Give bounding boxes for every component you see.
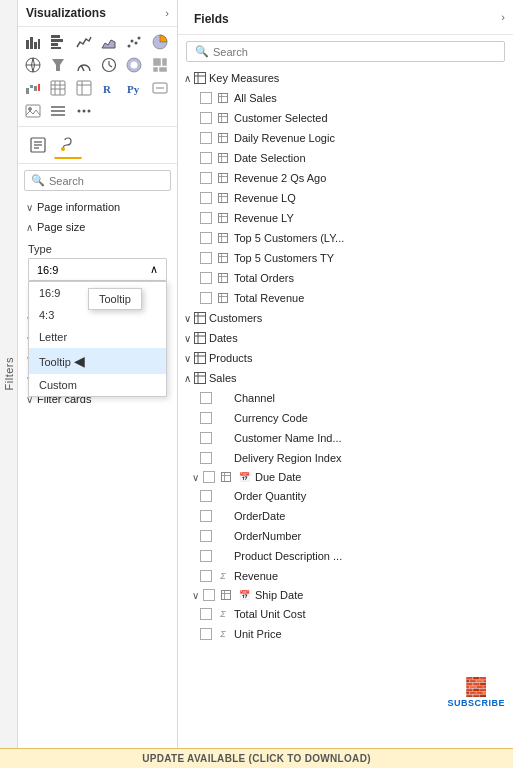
viz-icon-waterfall[interactable] xyxy=(22,77,44,99)
channel-checkbox[interactable] xyxy=(200,392,212,404)
field-item-revenue-lq[interactable]: Revenue LQ xyxy=(178,188,513,208)
field-item-currency-code[interactable]: Currency Code xyxy=(178,408,513,428)
revenue2qs-checkbox[interactable] xyxy=(200,172,212,184)
page-type-dropdown[interactable]: 16:9 ∧ xyxy=(28,258,167,281)
viz-icon-slicer[interactable] xyxy=(47,100,69,122)
field-item-total-unit-cost[interactable]: Σ Total Unit Cost xyxy=(178,604,513,624)
field-item-date-selection[interactable]: Date Selection xyxy=(178,148,513,168)
field-item-channel[interactable]: Channel xyxy=(178,388,513,408)
field-item-all-sales[interactable]: All Sales xyxy=(178,88,513,108)
currency-code-text: Currency Code xyxy=(234,412,308,424)
orderdate-checkbox[interactable] xyxy=(200,510,212,522)
customer-selected-checkbox[interactable] xyxy=(200,112,212,124)
field-group-key-measures-header[interactable]: ∧ Key Measures xyxy=(178,68,513,88)
viz-icon-funnel[interactable] xyxy=(47,54,69,76)
dropdown-item-custom[interactable]: Custom xyxy=(29,374,166,396)
update-bar[interactable]: UPDATE AVAILABLE (CLICK TO DOWNLOAD) xyxy=(0,748,513,768)
ordernumber-checkbox[interactable] xyxy=(200,530,212,542)
viz-icon-donut[interactable] xyxy=(123,54,145,76)
svg-rect-103 xyxy=(222,473,231,482)
viz-icon-matrix[interactable] xyxy=(47,77,69,99)
daily-revenue-checkbox[interactable] xyxy=(200,132,212,144)
field-item-top5-ty[interactable]: Top 5 Customers TY xyxy=(178,248,513,268)
ship-date-checkbox[interactable] xyxy=(203,589,215,601)
revenue-ly-checkbox[interactable] xyxy=(200,212,212,224)
viz-icon-scatter[interactable] xyxy=(123,31,145,53)
viz-icon-gauge[interactable] xyxy=(73,54,95,76)
field-group-customers-header[interactable]: ∨ Customers xyxy=(178,308,513,328)
product-desc-icon xyxy=(216,549,230,563)
all-sales-icon xyxy=(216,91,230,105)
viz-panel-expand[interactable]: › xyxy=(165,7,169,19)
fields-panel-expand[interactable]: › xyxy=(501,11,505,23)
due-date-subgroup-header[interactable]: ∨ 📅 Due Date xyxy=(178,468,513,486)
viz-icon-image[interactable] xyxy=(22,100,44,122)
fields-search-input[interactable] xyxy=(213,46,496,58)
field-item-delivery-region[interactable]: Delivery Region Index xyxy=(178,448,513,468)
viz-paint-icon[interactable] xyxy=(54,131,82,159)
field-item-order-quantity[interactable]: Order Quantity xyxy=(178,486,513,506)
page-size-header[interactable]: ∧ Page size xyxy=(18,217,177,237)
viz-icon-column[interactable] xyxy=(47,31,69,53)
top5-ty-checkbox[interactable] xyxy=(200,252,212,264)
viz-icon-area[interactable] xyxy=(98,31,120,53)
viz-icon-treemap[interactable] xyxy=(149,54,171,76)
dropdown-item-letter[interactable]: Letter xyxy=(29,326,166,348)
due-date-checkbox[interactable] xyxy=(203,471,215,483)
field-group-products-header[interactable]: ∨ Products xyxy=(178,348,513,368)
field-item-revenue2qs[interactable]: Revenue 2 Qs Ago xyxy=(178,168,513,188)
revenue-checkbox[interactable] xyxy=(200,570,212,582)
viz-icon-pie[interactable] xyxy=(149,31,171,53)
currency-code-checkbox[interactable] xyxy=(200,412,212,424)
customer-name-ind-checkbox[interactable] xyxy=(200,432,212,444)
due-date-calendar-icon: 📅 xyxy=(237,470,251,484)
key-measures-label: Key Measures xyxy=(209,72,279,84)
order-quantity-checkbox[interactable] xyxy=(200,490,212,502)
viz-icon-table[interactable] xyxy=(73,77,95,99)
total-orders-checkbox[interactable] xyxy=(200,272,212,284)
fields-search-box[interactable]: 🔍 xyxy=(186,41,505,62)
field-item-customer-name-ind[interactable]: Customer Name Ind... xyxy=(178,428,513,448)
viz-icon-clock[interactable] xyxy=(98,54,120,76)
field-item-product-desc[interactable]: Product Description ... xyxy=(178,546,513,566)
subscribe-text: SUBSCRIBE xyxy=(447,698,505,708)
total-unit-cost-checkbox[interactable] xyxy=(200,608,212,620)
viz-icon-python[interactable]: Py xyxy=(123,77,145,99)
viz-search-input[interactable] xyxy=(49,175,164,187)
dropdown-item-tooltip[interactable]: Tooltip ◀ xyxy=(29,348,166,374)
viz-icon-card[interactable] xyxy=(149,77,171,99)
viz-icon-bar[interactable] xyxy=(22,31,44,53)
field-item-daily-revenue[interactable]: Daily Revenue Logic xyxy=(178,128,513,148)
viz-search-box[interactable]: 🔍 xyxy=(24,170,171,191)
top5-ly-checkbox[interactable] xyxy=(200,232,212,244)
ordernumber-text: OrderNumber xyxy=(234,530,301,542)
revenue2qs-text: Revenue 2 Qs Ago xyxy=(234,172,326,184)
product-desc-checkbox[interactable] xyxy=(200,550,212,562)
viz-icon-r[interactable]: R xyxy=(98,77,120,99)
revenue-lq-checkbox[interactable] xyxy=(200,192,212,204)
delivery-region-checkbox[interactable] xyxy=(200,452,212,464)
field-item-revenue[interactable]: Σ Revenue xyxy=(178,566,513,586)
field-group-dates-header[interactable]: ∨ Dates xyxy=(178,328,513,348)
field-item-ordernumber[interactable]: OrderNumber xyxy=(178,526,513,546)
total-revenue-checkbox[interactable] xyxy=(200,292,212,304)
field-item-total-orders[interactable]: Total Orders xyxy=(178,268,513,288)
unit-price-checkbox[interactable] xyxy=(200,628,212,640)
viz-icon-more[interactable] xyxy=(73,100,95,122)
page-information-header[interactable]: ∨ Page information xyxy=(18,197,177,217)
field-item-total-revenue[interactable]: Total Revenue xyxy=(178,288,513,308)
svg-point-9 xyxy=(131,40,134,43)
field-item-revenue-ly[interactable]: Revenue LY xyxy=(178,208,513,228)
date-selection-checkbox[interactable] xyxy=(200,152,212,164)
viz-icon-line[interactable] xyxy=(73,31,95,53)
field-item-top5-ly[interactable]: Top 5 Customers (LY... xyxy=(178,228,513,248)
field-item-unit-price[interactable]: Σ Unit Price xyxy=(178,624,513,644)
viz-icon-map[interactable] xyxy=(22,54,44,76)
field-item-orderdate[interactable]: OrderDate xyxy=(178,506,513,526)
viz-format-icon[interactable] xyxy=(24,131,52,159)
field-group-sales-header[interactable]: ∧ Sales xyxy=(178,368,513,388)
ship-date-subgroup-header[interactable]: ∨ 📅 Ship Date xyxy=(178,586,513,604)
field-item-customer-selected[interactable]: Customer Selected xyxy=(178,108,513,128)
field-group-sales: ∧ Sales Channel Currency Code Customer N… xyxy=(178,368,513,644)
all-sales-checkbox[interactable] xyxy=(200,92,212,104)
